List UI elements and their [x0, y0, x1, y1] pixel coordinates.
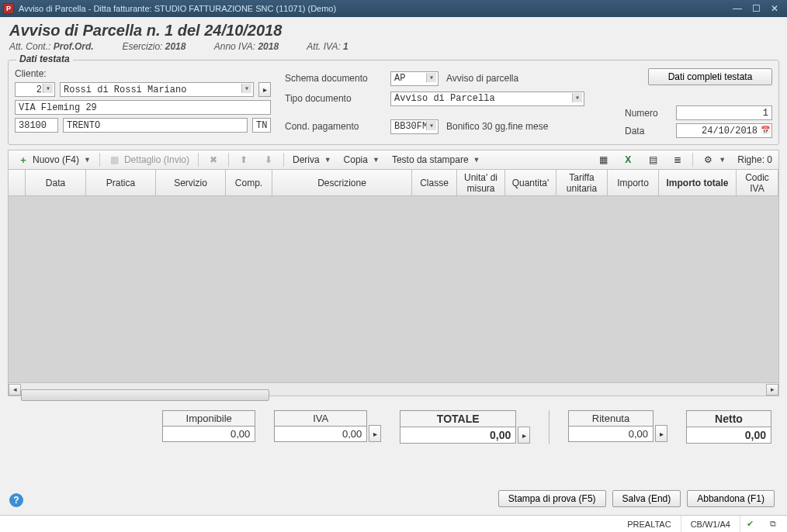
layout-icon: ▤: [647, 154, 659, 166]
col-pratica[interactable]: Pratica: [86, 170, 156, 195]
col-tariffa[interactable]: Tariffa unitaria: [556, 170, 608, 195]
totals-divider: [549, 410, 550, 444]
addr-prov[interactable]: TN: [252, 118, 271, 133]
grid-body[interactable]: [9, 196, 778, 382]
copia-label: Copia: [344, 154, 368, 165]
status-icon-1: ✔: [747, 519, 758, 530]
dettaglio-button: ▦ Dettaglio (Invio): [103, 152, 195, 168]
copia-button[interactable]: Copia▼: [338, 152, 385, 168]
delete-button: ✖: [202, 152, 225, 168]
col-data[interactable]: Data: [26, 170, 86, 195]
cond-code-select[interactable]: BB30FM: [390, 119, 439, 134]
data-field[interactable]: 24/10/2018 📅: [676, 123, 772, 138]
status-icon-2: ⧉: [770, 519, 781, 530]
addr-street[interactable]: VIA Fleming 29: [15, 100, 271, 115]
col-servizio[interactable]: Servizio: [156, 170, 226, 195]
help-button[interactable]: ?: [9, 493, 23, 507]
maximize-button[interactable]: ☐: [747, 2, 765, 15]
righe-value: 0: [767, 154, 772, 165]
dati-completi-button[interactable]: Dati completi testata: [648, 68, 772, 85]
grid-header-row: Data Pratica Servizio Comp. Descrizione …: [9, 170, 778, 196]
cond-desc: Bonifico 30 gg.fine mese: [446, 121, 548, 132]
grid-tool-4[interactable]: ≣: [666, 152, 689, 168]
att-cont-value: Prof.Ord.: [54, 41, 94, 52]
grid: Data Pratica Servizio Comp. Descrizione …: [8, 170, 779, 396]
esercizio-label: Esercizio:: [122, 41, 162, 52]
schema-label: Schema documento: [285, 73, 386, 84]
cliente-label: Cliente:: [15, 68, 271, 79]
dettaglio-label: Dettaglio (Invio): [124, 154, 189, 165]
col-descrizione[interactable]: Descrizione: [272, 170, 412, 195]
nuovo-button[interactable]: ＋ Nuovo (F4) ▼: [12, 152, 96, 168]
move-up-button: ⬆: [232, 152, 255, 168]
grid-tool-3[interactable]: ▤: [641, 152, 664, 168]
excel-icon: X: [622, 154, 634, 166]
col-importo[interactable]: Importo: [608, 170, 659, 195]
totale-value: 0,00: [400, 427, 516, 444]
col-importo-totale[interactable]: Importo totale: [659, 170, 737, 195]
grid-icon: ▦: [597, 154, 609, 166]
nuovo-label: Nuovo (F4): [33, 154, 79, 165]
att-cont-label: Att. Cont.:: [9, 41, 50, 52]
col-codice-iva[interactable]: Codic IVA: [737, 170, 778, 195]
filter-icon: ⚙: [702, 154, 714, 166]
status-user: PREALTAC: [618, 516, 681, 532]
detail-icon: ▦: [109, 154, 121, 166]
col-quantita[interactable]: Quantita': [505, 170, 556, 195]
ritenuta-next-button[interactable]: ▸: [655, 425, 667, 442]
totale-label: TOTALE: [400, 410, 516, 427]
h-scrollbar[interactable]: ◂ ▸: [9, 382, 778, 396]
att-iva-value: 1: [343, 41, 348, 52]
grid-tool-5[interactable]: ⚙▼: [696, 152, 731, 168]
col-classe[interactable]: Classe: [412, 170, 457, 195]
addr-city[interactable]: TRENTO: [63, 118, 248, 133]
status-bar: PREALTAC CB/W1/A4 ✔ ⧉: [0, 515, 787, 532]
abbandona-button[interactable]: Abbandona (F1): [687, 490, 775, 507]
cliente-name-select[interactable]: Rossi di Rossi Mariano: [60, 82, 254, 97]
numero-field[interactable]: 1: [676, 105, 772, 120]
scroll-left-icon[interactable]: ◂: [9, 384, 21, 396]
testo-button[interactable]: Testo da stampare▼: [387, 152, 486, 168]
cond-label: Cond. pagamento: [285, 121, 386, 132]
netto-value: 0,00: [686, 427, 771, 444]
stampa-button[interactable]: Stampa di prova (F5): [498, 490, 606, 507]
salva-button[interactable]: Salva (End): [612, 490, 681, 507]
numero-label: Numero: [625, 108, 671, 119]
tipo-select[interactable]: Avviso di Parcella: [390, 92, 584, 106]
iva-next-button[interactable]: ▸: [369, 425, 381, 442]
dati-testata-group: Dati testata Cliente: 2 Rossi di Rossi M…: [8, 60, 779, 145]
delete-icon: ✖: [207, 154, 220, 166]
testo-label: Testo da stampare: [392, 154, 469, 165]
minimize-button[interactable]: —: [728, 2, 747, 15]
netto-label: Netto: [686, 410, 771, 427]
totale-next-button[interactable]: ▸: [518, 427, 530, 444]
schema-code-select[interactable]: AP: [390, 71, 439, 86]
att-iva-label: Att. IVA:: [307, 41, 340, 52]
scroll-right-icon[interactable]: ▸: [766, 384, 778, 396]
col-unita[interactable]: Unita' di misura: [457, 170, 505, 195]
col-comp[interactable]: Comp.: [226, 170, 272, 195]
col-selector[interactable]: [9, 170, 26, 195]
scroll-thumb[interactable]: [21, 389, 269, 401]
status-cfg: CB/W1/A4: [681, 516, 740, 532]
tipo-label: Tipo documento: [285, 93, 386, 104]
esercizio-value: 2018: [165, 41, 186, 52]
cliente-code-select[interactable]: 2: [15, 82, 55, 97]
grid-tool-1[interactable]: ▦: [591, 152, 615, 168]
close-button[interactable]: ✕: [765, 2, 784, 15]
ritenuta-label: Ritenuta: [568, 410, 654, 426]
move-down-button: ⬇: [257, 152, 280, 168]
deriva-label: Deriva: [293, 154, 320, 165]
arrow-up-icon: ⬆: [237, 154, 250, 166]
imponibile-value: 0,00: [162, 426, 255, 442]
schema-desc: Avviso di parcella: [446, 73, 518, 84]
iva-value: 0,00: [274, 426, 367, 442]
cliente-next-button[interactable]: ▸: [258, 82, 271, 97]
deriva-button[interactable]: Deriva▼: [287, 152, 337, 168]
export-excel-button[interactable]: X: [616, 152, 640, 168]
data-label: Data: [625, 126, 671, 136]
group-legend: Dati testata: [16, 54, 73, 64]
addr-zip[interactable]: 38100: [15, 118, 58, 133]
columns-icon: ≣: [671, 154, 684, 166]
calendar-icon[interactable]: 📅: [761, 126, 770, 135]
